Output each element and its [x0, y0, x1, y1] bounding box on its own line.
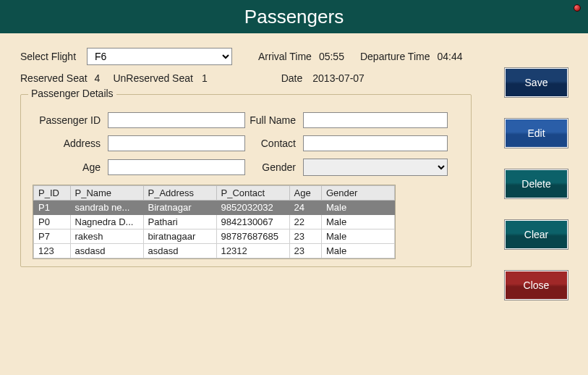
cell-contact: 9852032032 — [216, 201, 289, 215]
cell-pid: P0 — [34, 215, 71, 229]
departure-time-value: 04:44 — [437, 51, 462, 62]
table-row[interactable]: P7rakeshbiratnagaar9878768768523Male — [34, 229, 395, 244]
table-row[interactable]: P0Nagnedra D...Pathari984213006722Male — [34, 215, 395, 229]
reserved-seat-value: 4 — [95, 72, 101, 84]
passenger-form: Passenger ID Full Name Address Contact A… — [33, 112, 459, 176]
arrival-departure-block: Arrival Time 05:55 Departure Time 04:44 — [258, 51, 462, 62]
gender-select[interactable] — [303, 159, 448, 176]
record-indicator-icon — [574, 4, 581, 12]
cell-addr: biratnagaar — [143, 229, 216, 244]
address-label: Address — [64, 138, 108, 149]
age-label: Age — [82, 161, 108, 173]
arrival-time-value: 05:55 — [319, 51, 344, 62]
fullname-label: Full Name — [250, 114, 303, 126]
age-input[interactable] — [108, 159, 245, 175]
cell-age: 23 — [289, 244, 321, 258]
passenger-details-legend: Passenger Details — [28, 88, 116, 99]
content-area: Select Flight F6 Arrival Time 05:55 Depa… — [0, 33, 588, 375]
delete-button[interactable]: Delete — [505, 169, 568, 198]
address-input[interactable] — [108, 135, 245, 151]
cell-name: asdasd — [70, 244, 143, 258]
cell-age: 22 — [289, 215, 321, 229]
page-title: Passengers — [244, 6, 344, 28]
save-button[interactable]: Save — [505, 68, 568, 97]
cell-pid: 123 — [34, 244, 71, 258]
cell-gender: Male — [321, 244, 394, 258]
unreserved-seat-value: 1 — [202, 72, 208, 84]
clear-button[interactable]: Clear — [505, 220, 568, 249]
passenger-details-fieldset: Passenger Details Passenger ID Full Name… — [20, 94, 472, 267]
cell-age: 23 — [289, 229, 321, 244]
table-row[interactable]: P1sandrab ne...Biratnagar985203203224Mal… — [34, 201, 395, 215]
fullname-input[interactable] — [303, 112, 448, 128]
table-header-row: P_ID P_Name P_Address P_Contact Age Gend… — [34, 186, 395, 201]
gender-label: Gender — [262, 161, 303, 173]
action-button-column: Save Edit Delete Clear Close — [505, 68, 568, 300]
col-addr[interactable]: P_Address — [143, 186, 216, 201]
cell-name: Nagnedra D... — [70, 215, 143, 229]
date-value: 2013-07-07 — [312, 72, 365, 84]
close-button[interactable]: Close — [505, 271, 568, 300]
flight-row: Select Flight F6 Arrival Time 05:55 Depa… — [20, 48, 568, 65]
cell-contact: 98787687685 — [216, 229, 289, 244]
edit-button[interactable]: Edit — [505, 119, 568, 148]
passenger-id-input[interactable] — [108, 112, 245, 128]
cell-addr: Biratnagar — [143, 201, 216, 215]
cell-pid: P7 — [34, 229, 71, 244]
col-contact[interactable]: P_Contact — [216, 186, 289, 201]
passenger-id-label: Passenger ID — [39, 114, 108, 126]
contact-input[interactable] — [303, 135, 448, 151]
contact-label: Contact — [261, 138, 303, 149]
col-age[interactable]: Age — [289, 186, 321, 201]
col-pid[interactable]: P_ID — [34, 186, 71, 201]
departure-time-label: Departure Time — [360, 51, 430, 62]
cell-name: rakesh — [70, 229, 143, 244]
select-flight-label: Select Flight — [20, 51, 87, 62]
passenger-table: P_ID P_Name P_Address P_Contact Age Gend… — [33, 185, 396, 259]
cell-gender: Male — [321, 215, 394, 229]
cell-addr: Pathari — [143, 215, 216, 229]
cell-gender: Male — [321, 201, 394, 215]
cell-pid: P1 — [34, 201, 71, 215]
flight-select[interactable]: F6 — [87, 48, 232, 65]
seat-date-row: Reserved Seat 4 UnReserved Seat 1 Date 2… — [20, 72, 568, 84]
cell-addr: asdasd — [143, 244, 216, 258]
arrival-time-label: Arrival Time — [258, 51, 312, 62]
cell-contact: 9842130067 — [216, 215, 289, 229]
cell-name: sandrab ne... — [70, 201, 143, 215]
header-bar: Passengers — [0, 0, 588, 33]
col-name[interactable]: P_Name — [70, 186, 143, 201]
unreserved-seat-label: UnReserved Seat — [113, 72, 193, 84]
table-row[interactable]: 123asdasdasdasd1231223Male — [34, 244, 395, 258]
reserved-seat-label: Reserved Seat — [20, 72, 88, 84]
cell-age: 24 — [289, 201, 321, 215]
cell-gender: Male — [321, 229, 394, 244]
col-gender[interactable]: Gender — [321, 186, 394, 201]
date-label: Date — [281, 72, 303, 84]
cell-contact: 12312 — [216, 244, 289, 258]
